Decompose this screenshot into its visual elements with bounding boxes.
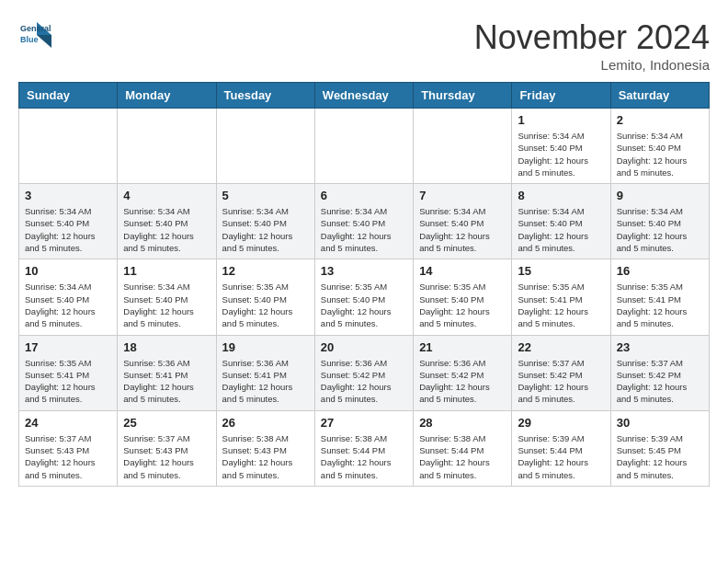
day-number: 18 <box>123 340 210 354</box>
table-row <box>414 109 512 184</box>
table-row: 11Sunrise: 5:34 AM Sunset: 5:40 PM Dayli… <box>118 259 216 335</box>
day-number: 14 <box>419 264 506 278</box>
week-row-4: 24Sunrise: 5:37 AM Sunset: 5:43 PM Dayli… <box>19 410 710 486</box>
table-row: 9Sunrise: 5:34 AM Sunset: 5:40 PM Daylig… <box>610 184 709 259</box>
table-row <box>118 109 216 184</box>
table-row: 10Sunrise: 5:34 AM Sunset: 5:40 PM Dayli… <box>19 259 118 335</box>
week-row-1: 3Sunrise: 5:34 AM Sunset: 5:40 PM Daylig… <box>19 184 710 259</box>
week-row-2: 10Sunrise: 5:34 AM Sunset: 5:40 PM Dayli… <box>19 259 710 335</box>
table-row: 21Sunrise: 5:36 AM Sunset: 5:42 PM Dayli… <box>414 335 512 410</box>
table-row: 14Sunrise: 5:35 AM Sunset: 5:40 PM Dayli… <box>414 259 512 335</box>
day-number: 28 <box>419 416 506 430</box>
table-row: 5Sunrise: 5:34 AM Sunset: 5:40 PM Daylig… <box>216 184 314 259</box>
table-row: 15Sunrise: 5:35 AM Sunset: 5:41 PM Dayli… <box>512 259 610 335</box>
calendar-table: Sunday Monday Tuesday Wednesday Thursday… <box>18 82 710 487</box>
table-row: 3Sunrise: 5:34 AM Sunset: 5:40 PM Daylig… <box>19 184 118 259</box>
table-row: 25Sunrise: 5:37 AM Sunset: 5:43 PM Dayli… <box>118 410 216 486</box>
day-number: 21 <box>419 340 506 354</box>
day-number: 17 <box>25 340 111 354</box>
title-block: November 2024 Lemito, Indonesia <box>474 18 710 73</box>
day-number: 10 <box>25 264 111 278</box>
table-row: 7Sunrise: 5:34 AM Sunset: 5:40 PM Daylig… <box>414 184 512 259</box>
day-info: Sunrise: 5:37 AM Sunset: 5:43 PM Dayligh… <box>123 432 210 481</box>
table-row: 19Sunrise: 5:36 AM Sunset: 5:41 PM Dayli… <box>216 335 314 410</box>
day-number: 8 <box>518 189 604 202</box>
table-row: 4Sunrise: 5:34 AM Sunset: 5:40 PM Daylig… <box>118 184 216 259</box>
day-info: Sunrise: 5:34 AM Sunset: 5:40 PM Dayligh… <box>518 205 604 254</box>
day-number: 12 <box>222 264 309 278</box>
day-number: 1 <box>518 113 604 127</box>
day-number: 13 <box>321 264 407 278</box>
day-number: 30 <box>617 416 703 430</box>
day-info: Sunrise: 5:34 AM Sunset: 5:40 PM Dayligh… <box>123 205 210 254</box>
table-row <box>19 109 118 184</box>
svg-text:General: General <box>20 24 51 33</box>
day-number: 4 <box>123 189 210 202</box>
table-row: 12Sunrise: 5:35 AM Sunset: 5:40 PM Dayli… <box>216 259 314 335</box>
day-number: 16 <box>617 264 703 278</box>
table-row: 1Sunrise: 5:34 AM Sunset: 5:40 PM Daylig… <box>512 109 610 184</box>
day-number: 2 <box>617 113 703 127</box>
week-row-3: 17Sunrise: 5:35 AM Sunset: 5:41 PM Dayli… <box>19 335 710 410</box>
day-number: 5 <box>222 189 309 202</box>
day-info: Sunrise: 5:36 AM Sunset: 5:41 PM Dayligh… <box>222 357 309 406</box>
day-info: Sunrise: 5:37 AM Sunset: 5:43 PM Dayligh… <box>25 432 111 481</box>
day-info: Sunrise: 5:35 AM Sunset: 5:41 PM Dayligh… <box>617 281 703 329</box>
day-number: 26 <box>222 416 309 430</box>
col-wednesday: Wednesday <box>314 83 413 109</box>
day-info: Sunrise: 5:38 AM Sunset: 5:44 PM Dayligh… <box>321 432 407 481</box>
table-row: 2Sunrise: 5:34 AM Sunset: 5:40 PM Daylig… <box>610 109 709 184</box>
day-number: 27 <box>321 416 407 430</box>
day-info: Sunrise: 5:35 AM Sunset: 5:40 PM Dayligh… <box>222 281 309 329</box>
col-saturday: Saturday <box>610 83 709 109</box>
day-info: Sunrise: 5:36 AM Sunset: 5:41 PM Dayligh… <box>123 357 210 406</box>
table-row: 8Sunrise: 5:34 AM Sunset: 5:40 PM Daylig… <box>512 184 610 259</box>
day-number: 3 <box>25 189 111 202</box>
table-row: 24Sunrise: 5:37 AM Sunset: 5:43 PM Dayli… <box>19 410 118 486</box>
table-row: 20Sunrise: 5:36 AM Sunset: 5:42 PM Dayli… <box>314 335 413 410</box>
day-number: 24 <box>25 416 111 430</box>
table-row: 17Sunrise: 5:35 AM Sunset: 5:41 PM Dayli… <box>19 335 118 410</box>
day-info: Sunrise: 5:39 AM Sunset: 5:45 PM Dayligh… <box>617 432 703 481</box>
day-info: Sunrise: 5:34 AM Sunset: 5:40 PM Dayligh… <box>123 281 210 329</box>
table-row: 23Sunrise: 5:37 AM Sunset: 5:42 PM Dayli… <box>610 335 709 410</box>
day-number: 29 <box>518 416 604 430</box>
table-row <box>216 109 314 184</box>
day-info: Sunrise: 5:34 AM Sunset: 5:40 PM Dayligh… <box>25 281 111 329</box>
day-info: Sunrise: 5:34 AM Sunset: 5:40 PM Dayligh… <box>518 130 604 178</box>
day-number: 19 <box>222 340 309 354</box>
day-number: 6 <box>321 189 407 202</box>
day-info: Sunrise: 5:36 AM Sunset: 5:42 PM Dayligh… <box>419 357 506 406</box>
day-number: 20 <box>321 340 407 354</box>
page-header: General Blue November 2024 Lemito, Indon… <box>18 18 710 73</box>
day-info: Sunrise: 5:37 AM Sunset: 5:42 PM Dayligh… <box>518 357 604 406</box>
day-number: 7 <box>419 189 506 202</box>
day-number: 9 <box>617 189 703 202</box>
day-info: Sunrise: 5:35 AM Sunset: 5:40 PM Dayligh… <box>321 281 407 329</box>
day-info: Sunrise: 5:34 AM Sunset: 5:40 PM Dayligh… <box>617 130 703 178</box>
month-title: November 2024 <box>474 18 710 57</box>
table-row: 18Sunrise: 5:36 AM Sunset: 5:41 PM Dayli… <box>118 335 216 410</box>
svg-text:Blue: Blue <box>20 35 39 44</box>
col-friday: Friday <box>512 83 610 109</box>
table-row: 28Sunrise: 5:38 AM Sunset: 5:44 PM Dayli… <box>414 410 512 486</box>
day-number: 15 <box>518 264 604 278</box>
table-row: 29Sunrise: 5:39 AM Sunset: 5:44 PM Dayli… <box>512 410 610 486</box>
calendar-header-row: Sunday Monday Tuesday Wednesday Thursday… <box>19 83 710 109</box>
logo: General Blue <box>18 18 55 52</box>
day-info: Sunrise: 5:34 AM Sunset: 5:40 PM Dayligh… <box>25 205 111 254</box>
table-row: 13Sunrise: 5:35 AM Sunset: 5:40 PM Dayli… <box>314 259 413 335</box>
table-row: 16Sunrise: 5:35 AM Sunset: 5:41 PM Dayli… <box>610 259 709 335</box>
day-info: Sunrise: 5:39 AM Sunset: 5:44 PM Dayligh… <box>518 432 604 481</box>
day-info: Sunrise: 5:38 AM Sunset: 5:44 PM Dayligh… <box>419 432 506 481</box>
day-info: Sunrise: 5:34 AM Sunset: 5:40 PM Dayligh… <box>321 205 407 254</box>
table-row: 26Sunrise: 5:38 AM Sunset: 5:43 PM Dayli… <box>216 410 314 486</box>
day-number: 22 <box>518 340 604 354</box>
week-row-0: 1Sunrise: 5:34 AM Sunset: 5:40 PM Daylig… <box>19 109 710 184</box>
day-number: 11 <box>123 264 210 278</box>
day-info: Sunrise: 5:36 AM Sunset: 5:42 PM Dayligh… <box>321 357 407 406</box>
day-info: Sunrise: 5:34 AM Sunset: 5:40 PM Dayligh… <box>222 205 309 254</box>
col-monday: Monday <box>118 83 216 109</box>
table-row: 30Sunrise: 5:39 AM Sunset: 5:45 PM Dayli… <box>610 410 709 486</box>
day-number: 25 <box>123 416 210 430</box>
